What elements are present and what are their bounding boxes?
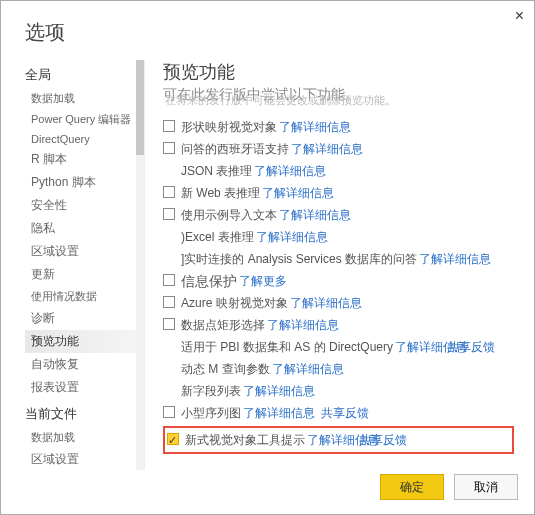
feature-row: 新 Web 表推理了解详细信息 (163, 182, 514, 204)
feature-label: 信息保护 (181, 272, 237, 290)
sidebar-item[interactable]: 诊断 (25, 307, 144, 330)
learn-more-link[interactable]: 了解详细信息 (279, 118, 351, 136)
dialog-body: 全局数据加载Power Query 编辑器DirectQueryR 脚本Pyth… (1, 60, 534, 470)
learn-more-link[interactable]: 了解详细信息 (279, 206, 351, 224)
sidebar-item[interactable]: R 脚本 (25, 148, 144, 171)
sidebar-item[interactable]: 预览功能 (25, 330, 144, 353)
feature-label: 使用示例导入文本 (181, 206, 277, 224)
main-note: 在将来的发行版中可能会更改或删除预览功能。 (165, 93, 514, 108)
feature-label: 数据点矩形选择 (181, 316, 265, 334)
feature-row: )Excel 表推理了解详细信息 (163, 226, 514, 248)
sidebar-item[interactable]: 数据加载 (25, 88, 144, 109)
feature-row: 数据点矩形选择了解详细信息 (163, 314, 514, 336)
learn-more-link[interactable]: 了解详细信息 (419, 250, 491, 268)
scrollbar-thumb[interactable] (136, 60, 144, 155)
share-feedback-link[interactable]: 共享反馈 (447, 338, 495, 356)
learn-more-link[interactable]: 了解详细信息 (256, 228, 328, 246)
learn-more-link[interactable]: 了解详细信息 (254, 162, 326, 180)
checkbox[interactable] (167, 433, 179, 445)
feature-row: 小型序列图了解详细信息共享反馈 (163, 402, 514, 424)
feature-row: 新式视觉对象工具提示了解详细信息共享反馈 (167, 429, 510, 451)
sidebar-item[interactable]: 安全性 (25, 194, 144, 217)
feature-label: 适用于 PBI 数据集和 AS 的 DirectQuery (181, 338, 393, 356)
feature-label: 问答的西班牙语支持 (181, 140, 289, 158)
close-icon[interactable]: × (515, 7, 524, 25)
sidebar-group: 全局 (25, 66, 144, 84)
learn-more-link[interactable]: 了解详细信息 (243, 382, 315, 400)
learn-more-link[interactable]: 了解详细信息 (290, 294, 362, 312)
checkbox[interactable] (163, 318, 175, 330)
share-feedback-link[interactable]: 共享反馈 (359, 431, 407, 449)
cancel-button[interactable]: 取消 (454, 474, 518, 500)
checkbox[interactable] (163, 406, 175, 418)
sidebar-group: 当前文件 (25, 405, 144, 423)
sidebar-item[interactable]: 隐私 (25, 217, 144, 240)
learn-more-link[interactable]: 了解详细信息 (291, 140, 363, 158)
ok-button[interactable]: 确定 (380, 474, 444, 500)
sidebar-item[interactable]: Power Query 编辑器 (25, 109, 144, 130)
feature-label: 新 Web 表推理 (181, 184, 260, 202)
sidebar-item[interactable]: 数据加载 (25, 427, 144, 448)
highlighted-feature: 新式视觉对象工具提示了解详细信息共享反馈 (163, 426, 514, 454)
feature-row: 新字段列表了解详细信息 (163, 380, 514, 402)
feature-row: Azure 映射视觉对象了解详细信息 (163, 292, 514, 314)
feature-list: 形状映射视觉对象了解详细信息问答的西班牙语支持了解详细信息JSON 表推理了解详… (163, 116, 514, 454)
feature-label: JSON 表推理 (181, 162, 252, 180)
scrollbar-track[interactable] (136, 60, 144, 470)
checkbox[interactable] (163, 120, 175, 132)
dialog-footer: 确定 取消 (380, 474, 518, 500)
sidebar: 全局数据加载Power Query 编辑器DirectQueryR 脚本Pyth… (25, 60, 145, 470)
feature-label: 新字段列表 (181, 382, 241, 400)
feature-label: ]实时连接的 Analysis Services 数据库的问答 (181, 250, 417, 268)
checkbox[interactable] (163, 274, 175, 286)
feature-label: 形状映射视觉对象 (181, 118, 277, 136)
feature-label: 新式视觉对象工具提示 (185, 431, 305, 449)
share-feedback-link[interactable]: 共享反馈 (321, 404, 369, 422)
feature-label: )Excel 表推理 (181, 228, 254, 246)
sidebar-item[interactable]: DirectQuery (25, 130, 144, 148)
learn-more-link[interactable]: 了解详细信息 (262, 184, 334, 202)
checkbox[interactable] (163, 142, 175, 154)
sidebar-item[interactable]: 更新 (25, 263, 144, 286)
feature-label: 小型序列图 (181, 404, 241, 422)
learn-more-link[interactable]: 了解详细信息 (267, 316, 339, 334)
sidebar-item[interactable]: 区域设置 (25, 448, 144, 470)
checkbox[interactable] (163, 296, 175, 308)
sidebar-item[interactable]: Python 脚本 (25, 171, 144, 194)
dialog-title: 选项 (1, 1, 534, 60)
sidebar-item[interactable]: 自动恢复 (25, 353, 144, 376)
feature-row: 信息保护了解更多 (163, 270, 514, 292)
feature-row: 动态 M 查询参数了解详细信息 (163, 358, 514, 380)
feature-row: 使用示例导入文本了解详细信息 (163, 204, 514, 226)
checkbox[interactable] (163, 186, 175, 198)
learn-more-link[interactable]: 了解详细信息 (243, 404, 315, 422)
learn-more-link[interactable]: 了解更多 (239, 272, 287, 290)
learn-more-link[interactable]: 了解详细信息 (272, 360, 344, 378)
feature-row: JSON 表推理了解详细信息 (163, 160, 514, 182)
feature-row: 形状映射视觉对象了解详细信息 (163, 116, 514, 138)
checkbox[interactable] (163, 208, 175, 220)
options-dialog: × 选项 全局数据加载Power Query 编辑器DirectQueryR 脚… (0, 0, 535, 515)
feature-row: ]实时连接的 Analysis Services 数据库的问答了解详细信息 (163, 248, 514, 270)
feature-label: 动态 M 查询参数 (181, 360, 270, 378)
sidebar-item[interactable]: 使用情况数据 (25, 286, 144, 307)
feature-row: 问答的西班牙语支持了解详细信息 (163, 138, 514, 160)
main-heading: 预览功能 (163, 60, 514, 84)
main-panel: 预览功能 可在此发行版中尝试以下功能。 在将来的发行版中可能会更改或删除预览功能… (145, 60, 534, 470)
sidebar-item[interactable]: 报表设置 (25, 376, 144, 399)
feature-row: 适用于 PBI 数据集和 AS 的 DirectQuery了解详细信息共享反馈 (163, 336, 514, 358)
feature-label: Azure 映射视觉对象 (181, 294, 288, 312)
sidebar-item[interactable]: 区域设置 (25, 240, 144, 263)
